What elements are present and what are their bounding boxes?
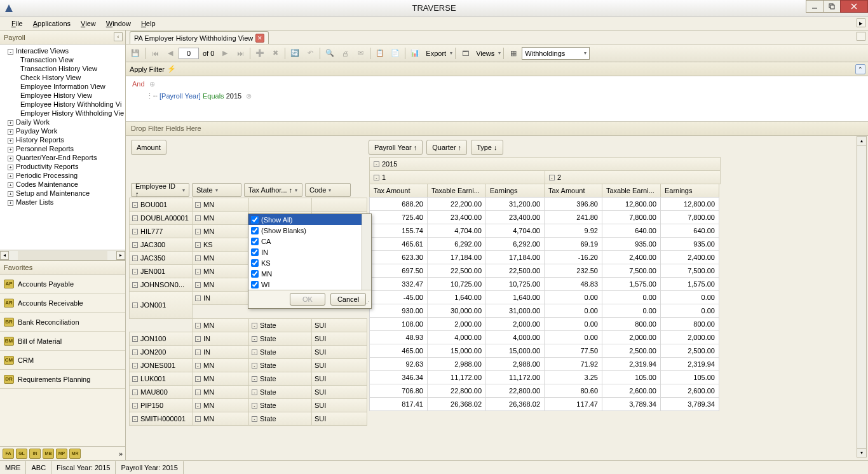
row-code[interactable]: SUI (311, 318, 367, 332)
row-code[interactable]: SUI (311, 412, 367, 426)
tab-overflow[interactable] (857, 32, 865, 41)
close-button[interactable] (840, 0, 868, 13)
data-cell[interactable]: 930.00 (369, 304, 428, 318)
data-cell[interactable]: 623.30 (369, 250, 428, 264)
data-cell[interactable]: 232.50 (544, 264, 602, 278)
data-cell[interactable]: 935.00 (602, 237, 661, 251)
type-combo[interactable]: Withholdings▾ (522, 47, 590, 60)
row-state[interactable]: -MN (192, 224, 249, 238)
delete-icon[interactable]: ✖ (268, 46, 282, 60)
data-cell[interactable]: 0.00 (602, 304, 661, 318)
filter-checkbox[interactable] (251, 259, 259, 267)
row-taxauth[interactable]: -State (248, 358, 312, 372)
data-cell[interactable]: 0.00 (544, 330, 602, 344)
data-cell[interactable]: 4,704.00 (485, 224, 545, 238)
data-cell[interactable]: 2,988.00 (427, 357, 486, 371)
data-cell[interactable]: 4,000.00 (485, 330, 545, 344)
first-page-icon[interactable]: ⏮ (148, 46, 162, 60)
tree-node[interactable]: -Interactive Views (3, 46, 125, 55)
data-cell[interactable]: 2,000.00 (485, 317, 545, 331)
data-cell[interactable]: 9.92 (544, 224, 602, 238)
filter-option[interactable]: MN (248, 268, 371, 279)
tree-node[interactable]: +Payday Work (3, 126, 125, 135)
data-cell[interactable]: 2,500.00 (602, 344, 661, 358)
row-emp[interactable]: -BOU001 (129, 198, 193, 212)
row-state[interactable]: -MN (192, 318, 249, 332)
favorite-item[interactable]: DRRequirements Planning (0, 370, 125, 389)
views-icon[interactable]: 🗔 (458, 46, 472, 60)
maximize-button[interactable] (823, 0, 841, 13)
data-cell[interactable]: 640.00 (602, 224, 661, 238)
data-cell[interactable]: 935.00 (660, 237, 719, 251)
row-state[interactable]: -IN (192, 332, 249, 346)
data-cell[interactable]: 2,000.00 (427, 317, 486, 331)
data-cell[interactable]: 817.41 (369, 397, 428, 411)
favorite-item[interactable]: ARAccounts Receivable (0, 294, 125, 313)
row-state[interactable]: -MN (192, 198, 249, 212)
tree-node[interactable]: +Productivity Reports (3, 162, 125, 171)
data-cell[interactable]: 92.63 (369, 357, 428, 371)
data-field-amount[interactable]: Amount (131, 140, 166, 155)
tree-node[interactable]: Transaction View (3, 55, 125, 64)
grid-vscroll[interactable]: ▴▾ (857, 136, 867, 457)
col-header[interactable]: Tax Amount (369, 184, 428, 198)
row-state[interactable]: -KS (192, 238, 249, 252)
data-cell[interactable]: 117.47 (544, 397, 602, 411)
filter-checkbox[interactable] (251, 270, 259, 278)
row-taxauth[interactable]: -State (248, 398, 312, 412)
views-label[interactable]: Views (473, 50, 497, 57)
menu-file[interactable]: File (6, 18, 28, 29)
filter-option[interactable]: IN (248, 247, 371, 257)
module-mini-icon[interactable]: IN (29, 449, 41, 459)
row-field[interactable]: Employee ID ↑▾ (131, 183, 189, 197)
save-icon[interactable]: 💾 (128, 46, 142, 60)
data-cell[interactable]: 12,800.00 (660, 197, 719, 211)
data-cell[interactable]: 1,640.00 (427, 290, 486, 304)
row-emp[interactable]: -JEN001 (129, 264, 193, 278)
filter-condition[interactable]: ⋮┈ [Payroll Year] Equals 2015 ⊗ (146, 92, 862, 100)
data-cell[interactable]: 725.40 (369, 210, 428, 224)
row-state[interactable]: -MN (192, 278, 249, 292)
row-field[interactable]: Code▾ (305, 183, 351, 197)
export-icon[interactable]: 📊 (408, 46, 422, 60)
tree-hscroll[interactable]: ◂▸ (0, 250, 125, 260)
favorite-item[interactable]: BMBill of Material (0, 332, 125, 351)
row-field[interactable]: State▾ (192, 183, 241, 197)
data-cell[interactable]: 7,800.00 (602, 210, 661, 224)
data-cell[interactable]: 22,200.00 (427, 197, 486, 211)
data-cell[interactable]: 15,000.00 (485, 344, 545, 358)
data-cell[interactable]: 23,400.00 (427, 210, 486, 224)
data-cell[interactable]: 10,725.00 (485, 277, 545, 291)
page-number[interactable]: 0 (179, 48, 199, 59)
row-taxauth[interactable]: -State (248, 385, 312, 399)
data-cell[interactable]: 800.00 (602, 317, 661, 331)
tab-close-icon[interactable]: ✕ (255, 34, 264, 43)
data-cell[interactable]: 155.74 (369, 224, 428, 238)
data-cell[interactable]: 2,600.00 (602, 384, 661, 398)
row-emp[interactable]: -SMITH000001 (129, 412, 193, 426)
data-cell[interactable]: 17,184.00 (427, 250, 486, 264)
filter-and[interactable]: And (132, 80, 145, 88)
row-taxauth[interactable]: -State (248, 345, 312, 359)
menu-view[interactable]: View (76, 18, 101, 29)
data-cell[interactable]: 0.00 (660, 290, 719, 304)
data-cell[interactable]: 23,400.00 (485, 210, 545, 224)
tab-employer-history[interactable]: PA Employer History Withholding View ✕ (130, 31, 269, 44)
data-cell[interactable]: 1,640.00 (485, 290, 545, 304)
pin-icon[interactable]: ‹ (114, 32, 123, 41)
row-taxauth[interactable] (248, 198, 312, 212)
data-cell[interactable]: 7,800.00 (660, 210, 719, 224)
popup-cancel-button[interactable]: Cancel (330, 293, 366, 306)
data-cell[interactable]: 105.00 (602, 370, 661, 384)
row-taxauth[interactable]: -State (248, 332, 312, 346)
data-cell[interactable]: 0.00 (660, 304, 719, 318)
fav-overflow[interactable]: » (119, 450, 123, 457)
tree-node[interactable]: Employer History Withholding Vie (3, 109, 125, 118)
data-cell[interactable]: 15,000.00 (427, 344, 486, 358)
data-cell[interactable]: 31,000.00 (485, 304, 545, 318)
data-cell[interactable]: 2,000.00 (660, 330, 719, 344)
data-cell[interactable]: 465.61 (369, 237, 428, 251)
tree-node[interactable]: Employee History View (3, 91, 125, 100)
row-code[interactable]: SUI (311, 345, 367, 359)
data-cell[interactable]: 640.00 (660, 224, 719, 238)
